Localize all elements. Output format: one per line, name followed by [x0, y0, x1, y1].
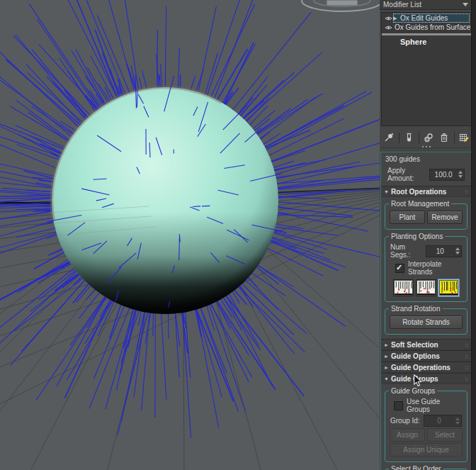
interpolation-mode-swatches — [388, 279, 464, 296]
configure-modifier-sets-icon[interactable] — [457, 130, 472, 145]
remove-button[interactable]: Remove — [427, 211, 463, 224]
stack-item-ox-edit-guides[interactable]: ▶Ox Edit Guides — [382, 13, 471, 23]
rollout-arrow-icon: ► — [384, 342, 391, 347]
expand-arrow-icon[interactable]: ▶ — [393, 16, 399, 21]
rollout-guide-groups[interactable]: ▼ Guide Groups — [381, 373, 471, 384]
group-root-management: Root Management Plant Remove — [385, 203, 468, 230]
status-block: 300 guides Apply Amount: 100.0 — [381, 152, 471, 186]
group-guide-groups: Guide Groups Use Guide Groups Group Id: … — [385, 391, 468, 462]
visibility-eye-icon[interactable] — [383, 16, 393, 21]
group-planting-options: Planting Options Num Segs.: 10 Interpola… — [385, 236, 468, 302]
rollout-grip-icon[interactable] — [465, 189, 468, 195]
interpolation-swatch-3[interactable] — [438, 279, 459, 296]
rollout-arrow-icon: ► — [384, 365, 391, 370]
group-id-label: Group Id: — [390, 417, 420, 425]
group-id-spinner[interactable]: 0 — [424, 415, 462, 427]
3d-viewport[interactable] — [0, 0, 380, 470]
assign-button[interactable]: Assign — [390, 428, 425, 442]
stack-item-label: Ox Edit Guides — [399, 14, 449, 22]
show-end-result-icon[interactable] — [402, 130, 416, 145]
spinner-arrows-icon[interactable] — [454, 418, 461, 425]
rollout-grip-icon[interactable] — [465, 353, 468, 359]
modifier-list-dropdown[interactable]: Modifier List — [380, 0, 472, 10]
spinner-arrows-icon[interactable] — [457, 171, 464, 178]
rollout-arrow-icon: ► — [384, 354, 391, 359]
modifier-stack: ▶Ox Edit GuidesOx Guides from SurfaceSph… — [381, 12, 472, 126]
use-guide-groups-label: Use Guide Groups — [407, 398, 462, 413]
rollout-arrow-icon: ▼ — [384, 189, 391, 194]
rollout-guide-options[interactable]: ► Guide Options — [381, 350, 471, 362]
num-segs-label: Num Segs.: — [390, 243, 426, 259]
pin-stack-icon[interactable] — [382, 130, 397, 145]
command-panel: Modifier List ▶Ox Edit GuidesOx Guides f… — [380, 0, 476, 470]
rollout-grip-icon[interactable] — [465, 342, 468, 348]
toolbar-separator — [399, 133, 400, 143]
stack-end-result-divider — [382, 33, 471, 35]
rollout-guide-operations[interactable]: ► Guide Operations — [381, 362, 471, 373]
rollout-soft-selection[interactable]: ► Soft Selection — [381, 339, 471, 350]
stack-item-ox-guides-from-surface[interactable]: Ox Guides from Surface — [382, 23, 471, 32]
interpolation-swatch-1[interactable] — [393, 279, 414, 296]
apply-amount-label: Apply Amount: — [387, 167, 429, 182]
mouse-cursor-icon — [413, 374, 423, 388]
apply-amount-spinner[interactable]: 100.0 — [429, 169, 465, 181]
remove-modifier-icon[interactable] — [437, 130, 452, 145]
interpolate-strands-checkbox[interactable] — [395, 264, 404, 273]
toolbar-separator — [419, 133, 419, 143]
modifier-list-label: Modifier List — [383, 1, 421, 9]
panel-scrollbar[interactable] — [471, 0, 476, 470]
interpolate-strands-label: Interpolate Strands — [408, 260, 462, 276]
stack-item-label: Sphere — [393, 38, 428, 46]
make-unique-icon[interactable] — [421, 130, 436, 145]
stack-toolbar — [381, 129, 472, 146]
visibility-eye-icon[interactable] — [383, 25, 393, 30]
num-segs-spinner[interactable]: 10 — [426, 245, 462, 257]
modifier-parameters: 300 guides Apply Amount: 100.0 ▼ Root Op… — [380, 152, 472, 470]
stack-item-sphere[interactable]: Sphere — [382, 37, 471, 46]
guide-count-text: 300 guides — [385, 155, 467, 163]
group-strand-rotation: Strand Rotation Rotate Strands — [385, 308, 468, 335]
spinner-arrows-icon[interactable] — [454, 247, 461, 254]
app-window: Modifier List ▶Ox Edit GuidesOx Guides f… — [0, 0, 476, 470]
use-guide-groups-checkbox[interactable] — [394, 401, 403, 410]
rollout-grip-icon[interactable] — [465, 364, 468, 371]
rollout-arrow-icon: ▼ — [384, 376, 391, 381]
dropdown-arrow-icon — [463, 3, 468, 6]
select-button[interactable]: Select — [427, 428, 463, 442]
assign-unique-button[interactable]: Assign Unique — [390, 443, 463, 457]
interpolation-swatch-2[interactable] — [416, 279, 436, 296]
plant-button[interactable]: Plant — [390, 211, 425, 224]
stack-item-label: Ox Guides from Surface — [393, 23, 472, 31]
rollout-grip-icon[interactable] — [465, 376, 468, 382]
toolbar-separator — [454, 133, 455, 143]
rotate-strands-button[interactable]: Rotate Strands — [390, 315, 463, 329]
rollout-root-operations[interactable]: ▼ Root Operations — [381, 186, 471, 197]
